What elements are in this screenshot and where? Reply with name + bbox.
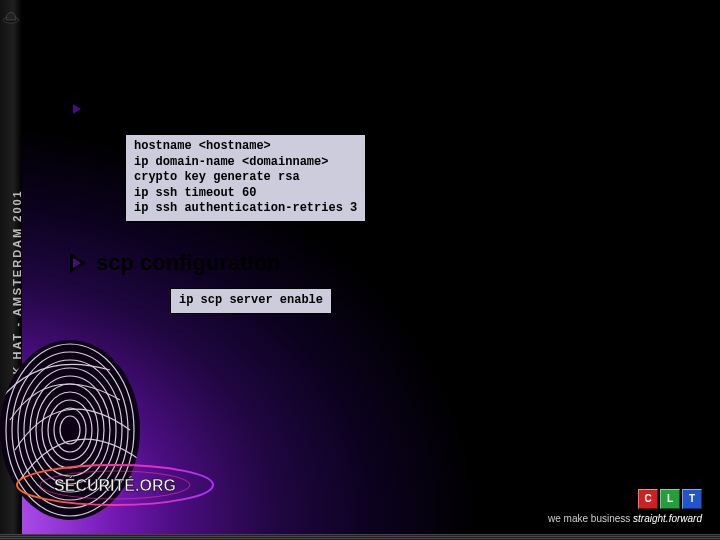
code-ssh: hostname <hostname> ip domain-name <doma…: [125, 134, 366, 222]
cube-c: C: [638, 489, 658, 509]
bottom-hatch: [0, 534, 720, 540]
footer-tagline: we make business straight.forward: [548, 513, 702, 524]
footer-tagline-pre: we make business: [548, 513, 633, 524]
logo-securite-org: SÉCURITÉ.ORG: [15, 460, 215, 510]
svg-point-6: [42, 392, 98, 468]
logo-text: SÉCURITÉ.ORG: [54, 476, 176, 494]
bullet-ssh-label: SSH configuration: [96, 96, 288, 122]
title-underline: [300, 58, 720, 60]
bullet-icon: [70, 253, 86, 273]
code-scp: ip scp server enable: [170, 288, 332, 314]
svg-point-3: [60, 416, 80, 444]
bullet-icon: [70, 99, 86, 119]
bullet-ssh: SSH configuration: [70, 96, 288, 122]
svg-point-5: [48, 400, 92, 460]
footer-tagline-em: straight.forward: [633, 513, 702, 524]
footer-right: C L T we make business straight.forward: [548, 489, 702, 524]
svg-point-4: [54, 408, 86, 452]
footer-cubes: C L T: [548, 489, 702, 509]
hat-icon: [2, 4, 20, 24]
slide-title: Admin : Secure Shell (2): [60, 9, 451, 48]
bullet-scp: scp configuration: [70, 250, 281, 276]
side-strip-text: BLACK HAT - AMSTERDAM 2001: [11, 189, 23, 413]
cube-t: T: [682, 489, 702, 509]
cube-l: L: [660, 489, 680, 509]
slide: BLACK HAT - AMSTERDAM 2001 Admin : Secur…: [0, 0, 720, 540]
side-strip: BLACK HAT - AMSTERDAM 2001: [0, 0, 22, 540]
bullet-scp-label: scp configuration: [96, 250, 281, 276]
